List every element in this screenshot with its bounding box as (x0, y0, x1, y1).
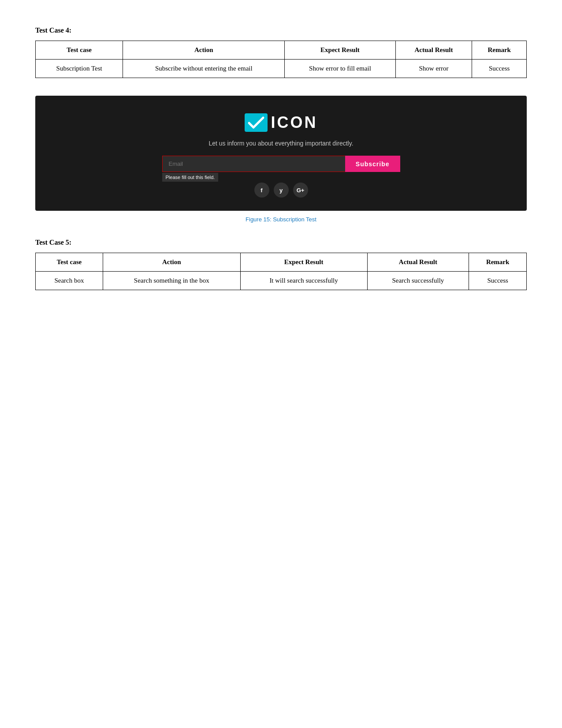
cell5-action: Search something in the box (103, 272, 240, 290)
col-header-remark: Remark (472, 41, 527, 60)
col5-header-actual: Actual Result (367, 253, 469, 272)
cell5-expect: It will search successfully (240, 272, 367, 290)
col5-header-testcase: Test case (36, 253, 103, 272)
cell5-remark: Success (469, 272, 527, 290)
col-header-expect: Expect Result (285, 41, 395, 60)
twitter-icon[interactable]: y (274, 183, 289, 198)
figure-caption: Figure 15: Subscription Test (35, 216, 527, 223)
table-row: Subscription Test Subscribe without ente… (36, 60, 527, 78)
logo-area: ICON (48, 113, 514, 132)
subscribe-row: Please fill out this field. Subscribe (162, 156, 400, 172)
subscription-screenshot: ICON Let us inform you about everything … (35, 96, 527, 211)
col5-header-action: Action (103, 253, 240, 272)
col5-header-expect: Expect Result (240, 253, 367, 272)
cell-expect: Show error to fill email (285, 60, 395, 78)
test-case-4-title: Test Case 4: (35, 26, 527, 34)
tagline: Let us inform you about everything impor… (48, 140, 514, 147)
logo-icon (245, 113, 268, 132)
cell-action: Subscribe without entering the email (123, 60, 285, 78)
facebook-icon[interactable]: f (254, 183, 269, 198)
test-case-5-title: Test Case 5: (35, 239, 527, 246)
subscribe-button[interactable]: Subscribe (345, 156, 400, 172)
cell-actual: Show error (395, 60, 472, 78)
cell-remark: Success (472, 60, 527, 78)
cell5-actual: Search successfully (367, 272, 469, 290)
cell-testcase: Subscription Test (36, 60, 123, 78)
email-input[interactable] (162, 156, 345, 172)
logo-text: ICON (271, 113, 318, 132)
col-header-actual: Actual Result (395, 41, 472, 60)
col5-header-remark: Remark (469, 253, 527, 272)
test-case-4-table: Test case Action Expect Result Actual Re… (35, 41, 527, 78)
col-header-testcase: Test case (36, 41, 123, 60)
social-icons: f y G+ (48, 183, 514, 198)
googleplus-icon[interactable]: G+ (293, 183, 308, 198)
table-row: Search box Search something in the box I… (36, 272, 527, 290)
cell5-testcase: Search box (36, 272, 103, 290)
test-case-5-table: Test case Action Expect Result Actual Re… (35, 253, 527, 290)
email-input-wrapper: Please fill out this field. (162, 156, 345, 172)
error-tooltip: Please fill out this field. (162, 173, 219, 182)
col-header-action: Action (123, 41, 285, 60)
